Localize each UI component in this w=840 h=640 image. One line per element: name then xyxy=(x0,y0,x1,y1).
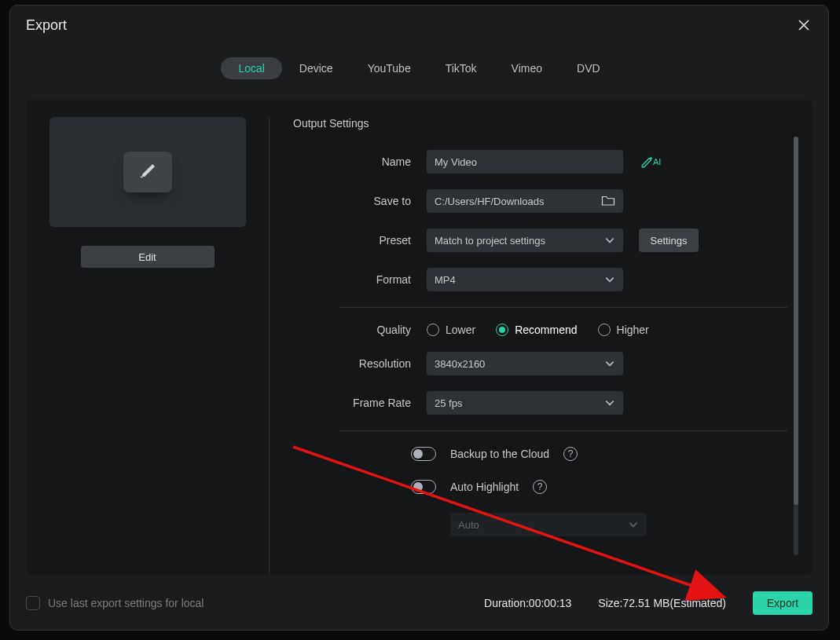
tab-tiktok[interactable]: TikTok xyxy=(428,57,494,79)
quality-label: Quality xyxy=(293,324,427,336)
quality-radio-recommend[interactable]: Recommend xyxy=(496,324,577,336)
resolution-label: Resolution xyxy=(293,357,427,370)
format-label: Format xyxy=(293,273,427,286)
dialog-body: Edit Output Settings Name AI Save to C:/… xyxy=(26,100,812,575)
quality-radio-higher[interactable]: Higher xyxy=(598,324,649,336)
export-tabs: LocalDeviceYouTubeTikTokVimeoDVD xyxy=(10,57,828,79)
auto-highlight-toggle[interactable] xyxy=(411,480,436,494)
preview-thumbnail[interactable] xyxy=(50,117,246,227)
preset-select[interactable]: Match to project settings xyxy=(427,229,623,252)
output-settings-heading: Output Settings xyxy=(293,117,787,130)
quality-radio-group: LowerRecommendHigher xyxy=(427,324,649,336)
resolution-select[interactable]: 3840x2160 xyxy=(427,352,623,375)
use-last-label: Use last export settings for local xyxy=(48,597,204,609)
scrollbar[interactable] xyxy=(794,137,798,555)
scrollbar-thumb[interactable] xyxy=(794,137,798,505)
export-button[interactable]: Export xyxy=(753,591,812,615)
tab-local[interactable]: Local xyxy=(221,57,281,79)
save-to-path: C:/Users/HF/Downloads xyxy=(435,196,544,207)
thumbnail-edit-tile xyxy=(123,152,172,192)
titlebar: Export xyxy=(10,5,828,38)
chevron-down-icon xyxy=(604,235,615,246)
pencil-icon xyxy=(138,161,157,183)
tab-device[interactable]: Device xyxy=(282,57,350,79)
frame-rate-row: Frame Rate 25 fps xyxy=(293,391,787,415)
settings-column: Output Settings Name AI Save to C:/Users… xyxy=(270,117,805,575)
use-last-checkbox[interactable] xyxy=(26,596,40,610)
chevron-down-icon xyxy=(604,274,615,285)
name-input-field[interactable] xyxy=(435,156,615,168)
size-info: Size:72.51 MB(Estimated) xyxy=(598,597,726,609)
auto-highlight-value-row: Auto xyxy=(293,513,787,536)
quality-radio-lower[interactable]: Lower xyxy=(427,324,475,336)
chevron-down-icon xyxy=(628,519,639,530)
backup-toggle[interactable] xyxy=(411,447,436,461)
divider xyxy=(339,430,787,431)
preset-label: Preset xyxy=(293,234,427,247)
divider xyxy=(339,307,787,308)
format-select[interactable]: MP4 xyxy=(427,268,623,291)
footer-info: Duration:00:00:13 Size:72.51 MB(Estimate… xyxy=(484,597,726,609)
chevron-down-icon xyxy=(604,358,615,369)
preset-settings-button[interactable]: Settings xyxy=(639,229,699,252)
frame-rate-label: Frame Rate xyxy=(293,397,427,409)
format-value: MP4 xyxy=(435,274,456,286)
name-row: Name AI xyxy=(293,150,787,174)
close-icon[interactable] xyxy=(795,16,812,34)
frame-rate-value: 25 fps xyxy=(435,397,462,409)
backup-row: Backup to the Cloud ? xyxy=(293,447,787,461)
auto-highlight-row: Auto Highlight ? xyxy=(293,480,787,494)
dialog-title: Export xyxy=(26,17,67,34)
duration-info: Duration:00:00:13 xyxy=(484,597,571,609)
preview-column: Edit xyxy=(50,117,270,575)
preset-value: Match to project settings xyxy=(435,235,545,247)
name-label: Name xyxy=(293,155,427,168)
tab-vimeo[interactable]: Vimeo xyxy=(494,57,559,79)
edit-thumbnail-button[interactable]: Edit xyxy=(81,246,215,268)
ai-name-icon[interactable]: AI xyxy=(640,155,661,169)
quality-row: Quality LowerRecommendHigher xyxy=(293,324,787,336)
tab-youtube[interactable]: YouTube xyxy=(350,57,428,79)
help-icon[interactable]: ? xyxy=(533,480,547,494)
backup-label: Backup to the Cloud xyxy=(450,448,549,460)
folder-icon[interactable] xyxy=(601,194,615,209)
resolution-row: Resolution 3840x2160 xyxy=(293,352,787,375)
chevron-down-icon xyxy=(604,397,615,408)
frame-rate-select[interactable]: 25 fps xyxy=(427,391,623,415)
auto-highlight-value: Auto xyxy=(458,519,479,531)
format-row: Format MP4 xyxy=(293,268,787,291)
use-last-settings[interactable]: Use last export settings for local xyxy=(26,596,204,610)
save-to-row: Save to C:/Users/HF/Downloads xyxy=(293,189,787,213)
export-dialog: Export LocalDeviceYouTubeTikTokVimeoDVD … xyxy=(9,5,829,631)
dialog-footer: Use last export settings for local Durat… xyxy=(26,586,812,620)
auto-highlight-select: Auto xyxy=(450,513,647,536)
help-icon[interactable]: ? xyxy=(563,447,578,461)
save-to-field[interactable]: C:/Users/HF/Downloads xyxy=(427,189,623,213)
resolution-value: 3840x2160 xyxy=(435,358,485,370)
preset-row: Preset Match to project settings Setting… xyxy=(293,229,787,252)
auto-highlight-label: Auto Highlight xyxy=(450,481,519,493)
save-to-label: Save to xyxy=(293,195,427,207)
tab-dvd[interactable]: DVD xyxy=(559,57,618,79)
name-input[interactable] xyxy=(427,150,623,174)
